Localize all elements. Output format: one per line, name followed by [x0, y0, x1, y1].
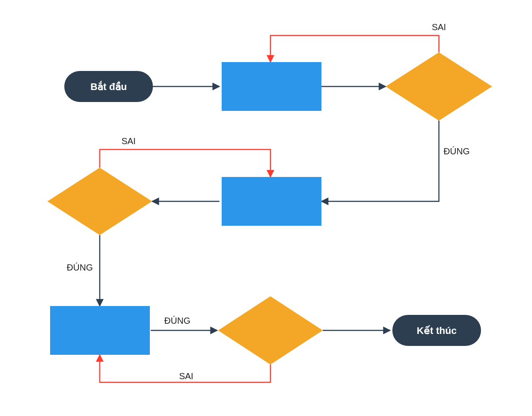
edge-label-d2-false: SAI — [121, 136, 136, 146]
edge-d2-false-to-p2 — [100, 149, 270, 177]
edge-label-d1-true: ĐÚNG — [444, 146, 470, 156]
edge-label-d3-false: SAI — [179, 371, 193, 381]
edge-label-d2-true: ĐÚNG — [67, 263, 93, 272]
edge-d1-false-to-p1 — [270, 35, 439, 62]
edge-label-d1-false: SAI — [432, 22, 446, 32]
process-p3 — [50, 306, 150, 355]
flowchart-canvas: SAI ĐÚNG SAI ĐÚNG ĐÚNG SAI Bắt đầu Kết t… — [0, 0, 532, 416]
terminator-end: Kết thúc — [392, 315, 481, 346]
decision-d3 — [218, 296, 323, 365]
decision-d1 — [386, 52, 492, 121]
process-p2 — [222, 177, 321, 226]
terminator-end-label: Kết thúc — [417, 325, 457, 336]
edge-label-p3-d3: ĐÚNG — [164, 316, 191, 326]
process-p1 — [222, 62, 321, 111]
terminator-start-label: Bắt đầu — [90, 81, 127, 92]
terminator-start: Bắt đầu — [64, 71, 153, 102]
decision-d2 — [47, 168, 152, 235]
edge-d1-true-to-p2 — [321, 121, 439, 201]
